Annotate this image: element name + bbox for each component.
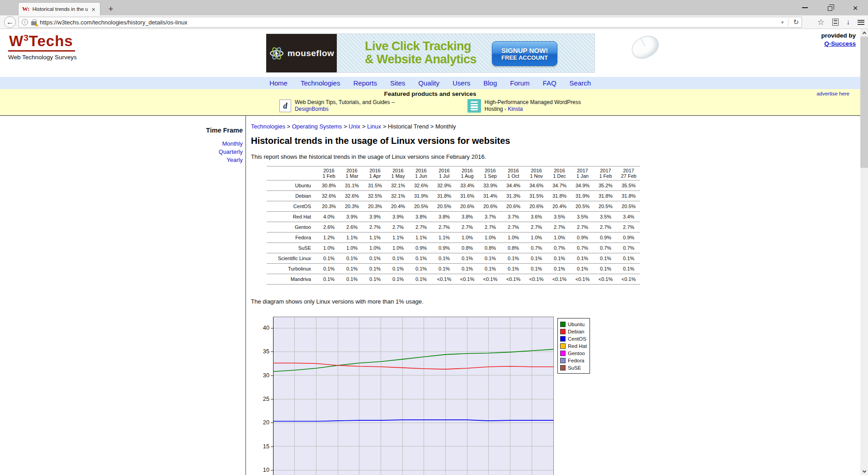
q-success-link[interactable]: Q-Success bbox=[824, 40, 856, 47]
chart-legend: UbuntuDebianCentOSRed HatGentooFedoraSuS… bbox=[557, 318, 590, 374]
table-cell: 20.6% bbox=[502, 201, 525, 212]
nav-item-blog[interactable]: Blog bbox=[483, 79, 497, 87]
trend-table-body: Ubuntu30.8%31.1%31.5%32.1%32.6%32.9%33.4… bbox=[267, 180, 640, 285]
header-date: 1 Feb bbox=[594, 173, 617, 179]
header-date: 1 Sep bbox=[479, 173, 502, 179]
w3techs-logo[interactable]: W3Techs bbox=[8, 33, 75, 52]
breadcrumb-item-operating-systems[interactable]: Operating Systems bbox=[292, 123, 342, 130]
nav-item-reports[interactable]: Reports bbox=[353, 79, 377, 87]
table-cell: 2.7% bbox=[548, 222, 571, 233]
table-cell: 20.5% bbox=[433, 201, 456, 212]
timeframe-link-quarterly[interactable]: Quarterly bbox=[0, 148, 243, 155]
breadcrumb-item-linux[interactable]: Linux bbox=[367, 123, 381, 130]
table-column-header: 20161 Jul bbox=[433, 166, 456, 180]
designbombs-link[interactable]: DesignBombs bbox=[295, 106, 329, 112]
close-window-button[interactable]: × bbox=[843, 0, 868, 15]
signup-button[interactable]: SIGNUP NOW! FREE ACCOUNT bbox=[492, 41, 557, 66]
nav-item-faq[interactable]: FAQ bbox=[543, 79, 557, 87]
table-cell: <0.1% bbox=[502, 274, 525, 285]
table-cell: 0.9% bbox=[617, 233, 640, 243]
table-cell: 2.7% bbox=[594, 222, 617, 233]
table-cell: 31.6% bbox=[456, 191, 479, 201]
header-date: 1 May bbox=[387, 173, 410, 179]
header-year: 2016 bbox=[363, 168, 387, 173]
header-date: 1 Nov bbox=[525, 173, 548, 179]
breadcrumb-item-unix[interactable]: Unix bbox=[349, 123, 360, 130]
header-year: 2016 bbox=[387, 168, 410, 173]
table-cell: 34.4% bbox=[502, 180, 525, 191]
page-scrollbar[interactable] bbox=[860, 29, 868, 475]
table-cell: 3.5% bbox=[594, 212, 617, 222]
table-row: SuSE1.0%1.0%1.0%1.0%0.9%0.9%0.8%0.8%0.8%… bbox=[267, 243, 640, 253]
url-text[interactable]: https://w3techs.com/technologies/history… bbox=[40, 19, 778, 26]
advertise-here-link[interactable]: advertise here bbox=[816, 91, 849, 96]
browser-tab[interactable]: W: Historical trends in the us... × bbox=[18, 2, 100, 15]
minimize-button[interactable] bbox=[792, 0, 817, 15]
breadcrumb-separator: > bbox=[342, 123, 349, 130]
menu-hamburger-icon[interactable] bbox=[858, 20, 864, 25]
insecure-lock-icon[interactable] bbox=[31, 21, 37, 25]
trend-chart: UbuntuDebianCentOSRed HatGentooFedoraSuS… bbox=[251, 317, 852, 475]
main-nav: HomeTechnologiesReportsSitesQualityUsers… bbox=[0, 77, 860, 89]
nav-item-search[interactable]: Search bbox=[570, 79, 591, 87]
tab-title: Historical trends in the us... bbox=[33, 6, 88, 12]
nav-item-technologies[interactable]: Technologies bbox=[301, 79, 340, 87]
nav-item-forum[interactable]: Forum bbox=[510, 79, 529, 87]
table-cell: 35.5% bbox=[617, 180, 640, 191]
address-field[interactable]: i https://w3techs.com/technologies/histo… bbox=[19, 17, 802, 28]
scroll-up-button[interactable] bbox=[860, 29, 868, 36]
nav-item-users[interactable]: Users bbox=[453, 79, 470, 87]
reload-icon[interactable]: ↻ bbox=[793, 18, 799, 26]
row-label: Gentoo bbox=[267, 222, 317, 233]
table-cell: 0.8% bbox=[456, 243, 479, 253]
library-icon[interactable] bbox=[832, 19, 839, 26]
table-row: Turbolinux0.1%0.1%0.1%0.1%0.1%0.1%0.1%0.… bbox=[267, 264, 640, 274]
y-axis-label: 40 bbox=[251, 324, 269, 331]
header-date: 1 Jun bbox=[410, 173, 433, 179]
downloads-icon[interactable]: ↓ bbox=[846, 18, 850, 26]
table-cell: 31.8% bbox=[594, 191, 617, 201]
scrollbar-thumb[interactable] bbox=[860, 37, 868, 168]
table-cell: 20.6% bbox=[479, 201, 502, 212]
mouseflow-ad-banner[interactable]: mouseflow Live Click Tracking & Website … bbox=[266, 34, 594, 72]
new-tab-button[interactable]: + bbox=[105, 4, 117, 14]
table-cell: 2.7% bbox=[502, 222, 525, 233]
breadcrumb-separator: > bbox=[285, 123, 292, 130]
url-dropdown-icon[interactable]: ▾ bbox=[781, 19, 784, 25]
table-cell: 3.8% bbox=[433, 212, 456, 222]
restore-button[interactable] bbox=[817, 0, 843, 15]
table-cell: 0.1% bbox=[363, 253, 387, 264]
legend-entry-debian: Debian bbox=[560, 328, 587, 335]
table-cell: 0.1% bbox=[571, 264, 594, 274]
table-column-header: 20171 Feb bbox=[594, 166, 617, 180]
table-cell: 31.9% bbox=[410, 191, 433, 201]
table-cell: 0.1% bbox=[525, 253, 548, 264]
page-info-icon[interactable]: i bbox=[22, 19, 28, 25]
table-cell: 20.4% bbox=[548, 201, 571, 212]
nav-item-sites[interactable]: Sites bbox=[390, 79, 405, 87]
legend-swatch bbox=[560, 358, 566, 363]
table-cell: 32.6% bbox=[340, 191, 363, 201]
timeframe-link-yearly[interactable]: Yearly bbox=[0, 157, 243, 163]
header-date: 1 Apr bbox=[363, 173, 387, 179]
table-column-header: 201727 Feb bbox=[617, 166, 640, 180]
kinsta-link[interactable]: Kinsta bbox=[508, 106, 523, 112]
bookmark-star-icon[interactable]: ☆ bbox=[817, 17, 825, 27]
featured-item-designbombs: d Web Design Tips, Tutorials, and Guides… bbox=[279, 99, 395, 113]
trend-table: 20161 Feb20161 Mar20161 Apr20161 May2016… bbox=[267, 166, 640, 285]
table-row: Scientific Linux0.1%0.1%0.1%0.1%0.1%0.1%… bbox=[267, 253, 640, 264]
y-axis-tick bbox=[271, 446, 273, 447]
close-tab-icon[interactable]: × bbox=[90, 6, 96, 13]
breadcrumb-item-technologies[interactable]: Technologies bbox=[251, 123, 285, 130]
table-cell: 0.1% bbox=[317, 274, 340, 285]
table-cell: 0.1% bbox=[456, 264, 479, 274]
site-favicon-icon: W: bbox=[22, 5, 30, 13]
scroll-down-button[interactable] bbox=[860, 468, 868, 475]
kinsta-icon bbox=[467, 99, 481, 113]
nav-item-quality[interactable]: Quality bbox=[418, 79, 439, 87]
back-button[interactable]: ← bbox=[4, 16, 16, 28]
nav-item-home[interactable]: Home bbox=[269, 79, 288, 87]
page-title: Historical trends in the usage of Linux … bbox=[251, 136, 852, 146]
timeframe-link-monthly[interactable]: Monthly bbox=[0, 140, 243, 147]
table-cell: 20.3% bbox=[363, 201, 387, 212]
